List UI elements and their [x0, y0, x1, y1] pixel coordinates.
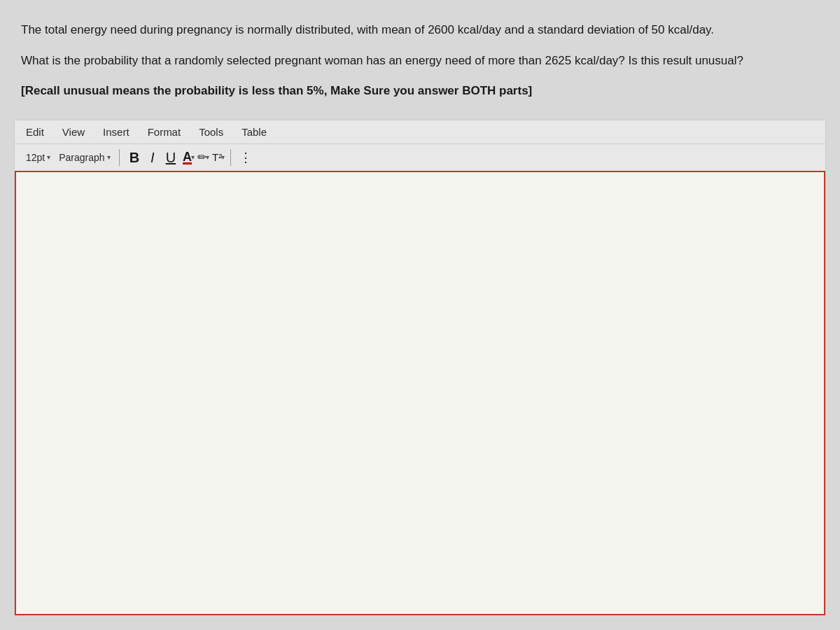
- menu-edit[interactable]: Edit: [23, 125, 47, 139]
- underline-label: U: [166, 150, 176, 164]
- superscript-chevron: ▾: [221, 153, 225, 161]
- underline-button[interactable]: U: [162, 149, 180, 166]
- toolbar: 12pt ▾ Paragraph ▾ B I U A ▾ ✏: [15, 144, 825, 171]
- paragraph-1: The total energy need during pregnancy i…: [21, 21, 819, 39]
- italic-button[interactable]: I: [146, 149, 159, 166]
- paragraph-chevron: ▾: [107, 153, 111, 161]
- editor-container: Edit View Insert Format Tools Table 12pt…: [14, 120, 826, 617]
- paragraph-2: What is the probability that a randomly …: [21, 52, 819, 70]
- bold-button[interactable]: B: [125, 149, 144, 166]
- pencil-chevron: ▾: [206, 153, 209, 161]
- answer-text-area[interactable]: [15, 171, 825, 616]
- font-size-value: 12pt: [26, 152, 45, 163]
- pencil-group[interactable]: ✏ ▾: [197, 150, 209, 164]
- superscript-group[interactable]: T² ▾: [212, 151, 225, 163]
- font-size-chevron: ▾: [47, 153, 50, 161]
- text-area-inner: [16, 172, 824, 615]
- paragraph-style-select[interactable]: Paragraph ▾: [56, 150, 113, 164]
- toolbar-divider-2: [230, 149, 231, 166]
- bold-label: B: [130, 150, 139, 164]
- menu-format[interactable]: Format: [145, 125, 184, 139]
- paragraph-3: [Recall unusual means the probability is…: [21, 82, 819, 100]
- italic-label: I: [150, 150, 155, 164]
- menu-insert[interactable]: Insert: [100, 125, 132, 139]
- question-text: The total energy need during pregnancy i…: [14, 21, 826, 120]
- font-color-group[interactable]: A ▾: [183, 150, 195, 164]
- toolbar-divider-1: [119, 149, 120, 166]
- font-size-select[interactable]: 12pt ▾: [23, 150, 53, 164]
- paragraph-style-value: Paragraph: [59, 152, 104, 163]
- font-color-chevron: ▾: [191, 153, 195, 161]
- page-container: The total energy need during pregnancy i…: [0, 0, 840, 630]
- more-options-button[interactable]: ⋮: [237, 148, 255, 167]
- menu-bar: Edit View Insert Format Tools Table: [15, 120, 825, 144]
- menu-table[interactable]: Table: [239, 125, 270, 139]
- menu-tools[interactable]: Tools: [196, 125, 226, 139]
- superscript-label: T²: [212, 151, 222, 163]
- menu-view[interactable]: View: [59, 125, 88, 139]
